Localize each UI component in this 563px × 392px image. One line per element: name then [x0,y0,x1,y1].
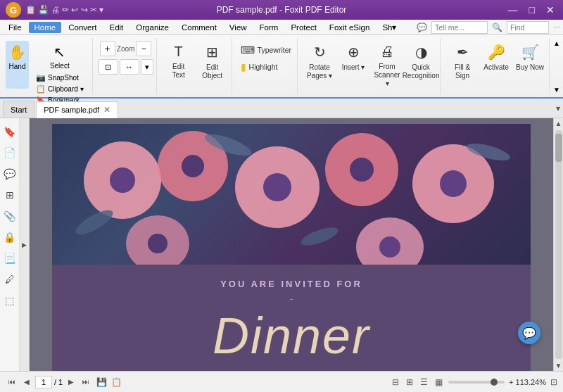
toolbar-icons: 📋 💾 🖨 ✏ ↩ ↪ ✂ ▾ [25,5,103,15]
sidebar-docprop-icon[interactable]: ⬚ [2,293,18,308]
fit-page-button[interactable]: ⊡ [550,377,557,387]
sidebar-stamp-icon[interactable]: 🖊 [2,272,18,287]
menu-form[interactable]: Form [254,22,284,33]
edit-object-button[interactable]: ⊞ EditObject [196,41,229,89]
page-info: / 1 [35,376,63,388]
sidebar-article-icon[interactable]: 📃 [2,251,18,266]
tell-me-input[interactable] [431,21,488,34]
fill-sign-button[interactable]: ✒ Fill & Sign [446,41,479,89]
zoom-extra-buttons: ⊡ ↔ ▾ [99,59,153,75]
tab-close-button[interactable]: ✕ [103,105,110,115]
ribbon-group-annotation: ⌨ Typewriter ▮ Highlight [235,38,298,94]
clipboard-button[interactable]: 📋 Clipboard ▾ [33,84,87,94]
edit-text-button[interactable]: T EditText [163,41,195,89]
maximize-button[interactable]: □ [526,4,538,15]
zoom-fit-button[interactable]: ⊡ [99,59,118,75]
ribbon-scroll-up[interactable]: ▲ [552,38,562,48]
zoom-actual-button[interactable]: ↔ [120,59,139,75]
menu-options-icon[interactable]: ⋯ [553,23,560,31]
sidebar-comment-icon[interactable]: 💬 [2,166,18,182]
pages-items: ↻ Rotate Pages ▾ ⊕ Insert ▾ 🖨 From Scann… [303,38,437,94]
page-separator: / [54,378,56,386]
rotate-icon: ↻ [314,44,326,61]
highlight-label: Highlight [249,63,278,71]
sidebar-attach-icon[interactable]: 📎 [2,208,18,224]
collapse-icon: ▶ [22,241,27,248]
continuous-view-button[interactable]: ☰ [419,376,429,388]
sidebar-bookmark-icon[interactable]: 🔖 [2,124,18,139]
status-right: ⊟ ⊞ ☰ ▦ + 113.24% ⊡ [391,376,557,388]
single-page-view-button[interactable]: ⊟ [391,376,400,388]
foxit-chat-icon: 💬 [522,327,536,340]
menu-organize[interactable]: Organize [130,22,175,33]
typewriter-button[interactable]: ⌨ Typewriter [238,42,294,58]
foxit-chat-button[interactable]: 💬 [518,322,540,344]
hand-tool-button[interactable]: ✋ Hand [6,41,29,89]
scroll-thumb[interactable] [555,134,562,162]
rotate-label: Rotate Pages ▾ [305,63,334,80]
menu-convert[interactable]: Convert [63,22,102,33]
minimize-button[interactable]: — [505,4,521,15]
clipboard-items: 📷 SnapShot 📋 Clipboard ▾ 🔖 Bookmark [33,72,87,106]
zoom-slider[interactable] [448,381,505,384]
select-label: Select [50,62,70,70]
highlight-button[interactable]: ▮ Highlight [238,59,294,75]
continuous-two-view-button[interactable]: ▦ [434,376,444,388]
find-input[interactable] [507,21,549,34]
zoom-out-button[interactable]: － [136,41,151,56]
from-scanner-button[interactable]: 🖨 From Scanner ▾ [371,41,403,89]
tab-pdf-sample[interactable]: PDF sample.pdf ✕ [36,101,118,118]
tab-dropdown-button[interactable]: ▾ [556,103,560,113]
rotate-pages-button[interactable]: ↻ Rotate Pages ▾ [303,41,336,89]
sidebar-layers-icon[interactable]: ⊞ [2,187,18,203]
menu-comment[interactable]: Comment [176,22,222,33]
sidebar-security-icon[interactable]: 🔒 [2,229,18,245]
zoom-slider-thumb[interactable] [491,379,498,386]
activate-button[interactable]: 🔑 Activate [480,41,512,89]
tab-start[interactable]: Start [3,101,34,118]
quick-recognition-button[interactable]: ◑ Quick Recognition [405,41,437,89]
two-page-view-button[interactable]: ⊞ [405,376,415,388]
save-as-button[interactable]: 📋 [111,377,122,387]
sign-items: ✒ Fill & Sign 🔑 Activate 🛒 Buy Now [446,38,546,94]
edit-text-label: EditText [172,63,184,80]
zoom-dropdown-button[interactable]: ▾ [141,59,153,75]
save-button[interactable]: 💾 [96,377,107,387]
edit-obj-icon: ⊞ [206,44,218,61]
menu-edit[interactable]: Edit [104,22,129,33]
snapshot-button[interactable]: 📷 SnapShot [33,72,87,83]
sidebar-collapse-button[interactable]: ▶ [20,118,30,371]
menu-view[interactable]: View [224,22,253,33]
typewriter-icon: ⌨ [241,44,255,56]
dinner-text: Dinner [213,310,370,361]
scroll-up-button[interactable]: ▲ [554,118,563,129]
close-button[interactable]: ✕ [543,4,557,15]
title-bar: G 📋 💾 🖨 ✏ ↩ ↪ ✂ ▾ PDF sample.pdf - Foxit… [0,0,563,20]
fill-sign-icon: ✒ [457,44,469,61]
buy-now-button[interactable]: 🛒 Buy Now [514,41,546,89]
last-page-button[interactable]: ⏭ [80,376,92,388]
menu-home[interactable]: Home [29,22,62,33]
ribbon-group-hand-select: ✋ Hand ↖ Select 📷 SnapShot 📋 Clipboard ▾ [3,38,93,94]
tab-start-label: Start [11,106,27,114]
prev-page-button[interactable]: ◀ [20,376,33,388]
sidebar-page-icon[interactable]: 📄 [2,145,18,160]
first-page-button[interactable]: ⏮ [6,376,18,388]
next-page-button[interactable]: ▶ [65,376,77,388]
window-controls: — □ ✕ [505,4,557,15]
app-icon: G [6,2,21,18]
page-number-input[interactable] [35,376,52,388]
hand-select-items: ✋ Hand ↖ Select 📷 SnapShot 📋 Clipboard ▾ [6,38,89,94]
select-tool-button[interactable]: ↖ Select 📷 SnapShot 📋 Clipboard ▾ 🔖 Book… [30,41,89,89]
menu-foxiteSign[interactable]: Foxit eSign [324,22,376,33]
menu-protect[interactable]: Protect [285,22,322,33]
scroll-down-button[interactable]: ▼ [554,360,563,371]
insert-button[interactable]: ⊕ Insert ▾ [337,41,369,89]
insert-icon: ⊕ [348,44,360,61]
ribbon-scroll-down[interactable]: ▼ [552,84,562,94]
insert-label: Insert ▾ [342,63,365,72]
scroll-track[interactable] [555,130,562,359]
menu-file[interactable]: File [3,22,27,33]
zoom-in-button[interactable]: ＋ [100,41,115,56]
menu-share[interactable]: Sh▾ [377,21,402,34]
